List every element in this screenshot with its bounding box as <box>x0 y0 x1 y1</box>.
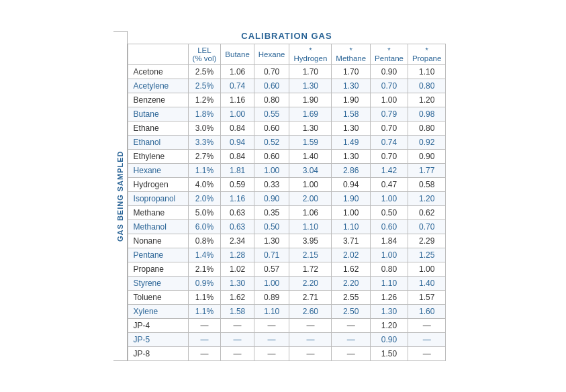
hexane-cell: — <box>254 347 289 361</box>
pentane-cell: 1.50 <box>371 347 408 361</box>
butane-cell: 1.81 <box>221 164 254 178</box>
lel-cell: 3.3% <box>188 136 221 150</box>
hexane-cell: 0.33 <box>254 178 289 192</box>
butane-cell: 1.16 <box>221 93 254 107</box>
hydrogen-cell: 1.90 <box>289 93 332 107</box>
gas-name-cell: JP-5 <box>128 333 188 347</box>
lel-cell: 3.0% <box>188 121 221 136</box>
propane-cell: 0.70 <box>408 220 445 234</box>
lel-cell: 2.1% <box>188 262 221 277</box>
table-row: JP-4—————1.20— <box>128 319 446 333</box>
hexane-cell: 0.60 <box>254 121 289 136</box>
table-row: Styrene0.9%1.301.002.202.201.101.40 <box>128 277 446 291</box>
vertical-label: GAS BEING SAMPLED <box>113 31 128 361</box>
lel-cell: 1.4% <box>188 248 221 262</box>
propane-cell: 1.40 <box>408 277 445 291</box>
hexane-cell: 1.00 <box>254 277 289 291</box>
pentane-cell: 1.42 <box>371 164 408 178</box>
gas-name-cell: Hydrogen <box>128 178 188 192</box>
hexane-cell: — <box>254 319 289 333</box>
pentane-cell: 0.70 <box>371 79 408 93</box>
butane-cell: 0.94 <box>221 136 254 150</box>
gas-name-cell: JP-8 <box>128 347 188 361</box>
hydrogen-cell: 3.04 <box>289 164 332 178</box>
lel-cell: 0.9% <box>188 277 221 291</box>
hexane-cell: 0.80 <box>254 93 289 107</box>
methane-cell: 1.70 <box>332 65 371 79</box>
propane-cell: 0.80 <box>408 79 445 93</box>
butane-cell: 1.62 <box>221 291 254 305</box>
table-row: Xylene1.1%1.581.102.602.501.301.60 <box>128 305 446 319</box>
hexane-cell: 0.35 <box>254 206 289 220</box>
lel-cell: 2.0% <box>188 192 221 206</box>
butane-cell: — <box>221 333 254 347</box>
butane-cell: 1.30 <box>221 277 254 291</box>
propane-cell: 1.20 <box>408 93 445 107</box>
hydrogen-cell: — <box>289 333 332 347</box>
butane-cell: 0.84 <box>221 150 254 164</box>
lel-cell: 0.8% <box>188 234 221 248</box>
table-row: Butane1.8%1.000.551.691.580.790.98 <box>128 107 446 121</box>
table-row: Isopropanol2.0%1.160.902.001.901.001.20 <box>128 192 446 206</box>
table-row: Methanol6.0%0.630.501.101.100.600.70 <box>128 220 446 234</box>
propane-cell: 1.00 <box>408 262 445 277</box>
gas-name-cell: Styrene <box>128 277 188 291</box>
methane-cell: 2.02 <box>332 248 371 262</box>
methane-cell: — <box>332 347 371 361</box>
hydrogen-cell: 3.95 <box>289 234 332 248</box>
methane-cell: 1.58 <box>332 107 371 121</box>
methane-cell: 1.49 <box>332 136 371 150</box>
pentane-cell: 0.80 <box>371 262 408 277</box>
hexane-cell: 0.90 <box>254 192 289 206</box>
hydrogen-cell: 2.00 <box>289 192 332 206</box>
propane-cell: — <box>408 333 445 347</box>
propane-cell: 1.77 <box>408 164 445 178</box>
gas-name-cell: JP-4 <box>128 319 188 333</box>
propane-cell: 0.98 <box>408 107 445 121</box>
propane-cell: — <box>408 347 445 361</box>
gas-name-cell: Methanol <box>128 220 188 234</box>
butane-cell: 1.06 <box>221 65 254 79</box>
hexane-cell: 0.60 <box>254 150 289 164</box>
pentane-cell: 1.26 <box>371 291 408 305</box>
gas-name-cell: Ethanol <box>128 136 188 150</box>
hydrogen-cell: 1.40 <box>289 150 332 164</box>
table-row: JP-5—————0.90— <box>128 333 446 347</box>
propane-cell: 0.62 <box>408 206 445 220</box>
methane-cell: 3.71 <box>332 234 371 248</box>
methane-header: *Methane <box>332 44 371 65</box>
table-row: Hexane1.1%1.811.003.042.861.421.77 <box>128 164 446 178</box>
lel-cell: 1.1% <box>188 291 221 305</box>
butane-cell: 1.00 <box>221 107 254 121</box>
propane-cell: 1.20 <box>408 192 445 206</box>
hydrogen-header: *Hydrogen <box>289 44 332 65</box>
hexane-cell: 1.00 <box>254 164 289 178</box>
butane-cell: 0.59 <box>221 178 254 192</box>
gas-name-cell: Butane <box>128 107 188 121</box>
gas-name-cell: Benzene <box>128 93 188 107</box>
hexane-cell: 0.89 <box>254 291 289 305</box>
propane-cell: 0.58 <box>408 178 445 192</box>
lel-cell: — <box>188 347 221 361</box>
butane-cell: 0.63 <box>221 220 254 234</box>
hydrogen-cell: 2.20 <box>289 277 332 291</box>
butane-cell: — <box>221 347 254 361</box>
butane-cell: 1.58 <box>221 305 254 319</box>
lel-cell: 2.5% <box>188 79 221 93</box>
lel-cell: 1.1% <box>188 305 221 319</box>
table-row: Propane2.1%1.020.571.721.620.801.00 <box>128 262 446 277</box>
hydrogen-cell: — <box>289 319 332 333</box>
butane-header: Butane <box>221 44 254 65</box>
calibration-table: LEL(% vol) Butane Hexane *Hydrogen *Meth… <box>128 44 446 361</box>
hexane-cell: 0.71 <box>254 248 289 262</box>
hydrogen-cell: 1.70 <box>289 65 332 79</box>
hydrogen-cell: 1.06 <box>289 206 332 220</box>
propane-cell: 2.29 <box>408 234 445 248</box>
pentane-cell: 0.60 <box>371 220 408 234</box>
table-row: Acetylene2.5%0.740.601.301.300.700.80 <box>128 79 446 93</box>
methane-cell: 0.94 <box>332 178 371 192</box>
butane-cell: 1.16 <box>221 192 254 206</box>
table-row: Ethanol3.3%0.940.521.591.490.740.92 <box>128 136 446 150</box>
pentane-cell: 0.70 <box>371 121 408 136</box>
table-row: Benzene1.2%1.160.801.901.901.001.20 <box>128 93 446 107</box>
